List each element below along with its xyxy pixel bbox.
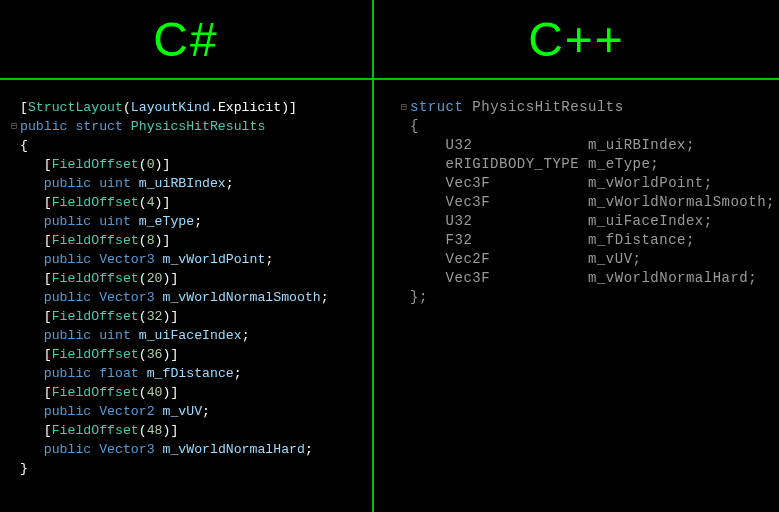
fold-gutter [8,269,20,288]
offset-value: 4 [147,195,155,210]
fold-gutter [8,421,20,440]
field-name: m_uiRBIndex [588,137,686,153]
code-line: public float m_fDistance; [8,364,364,383]
field-type: uint [99,176,131,191]
code-line: [FieldOffset(20)] [8,269,364,288]
code-line: Vec3F m_vWorldNormalHard; [398,269,769,288]
code-line: } [8,459,364,478]
fold-gutter [8,231,20,250]
field-name: m_fDistance [147,366,234,381]
fold-gutter [8,288,20,307]
code-line: public Vector3 m_vWorldPoint; [8,250,364,269]
fold-gutter [8,155,20,174]
code-line: eRIGIDBODY_TYPE m_eType; [398,155,769,174]
field-type: Vec3F [446,270,588,286]
code-line: public uint m_eType; [8,212,364,231]
attr-fieldoffset: FieldOffset [52,423,139,438]
code-line: public Vector3 m_vWorldNormalSmooth; [8,288,364,307]
fold-gutter [8,307,20,326]
fold-gutter [8,364,20,383]
offset-value: 20 [147,271,163,286]
field-name: m_eType [139,214,194,229]
code-line: F32 m_fDistance; [398,231,769,250]
field-type: Vector2 [99,404,154,419]
fold-gutter [398,117,410,136]
code-line: public Vector2 m_vUV; [8,402,364,421]
attr-fieldoffset: FieldOffset [52,309,139,324]
fold-gutter [398,269,410,288]
code-line: public uint m_uiRBIndex; [8,174,364,193]
fold-gutter [398,136,410,155]
field-name: m_vUV [162,404,202,419]
csharp-code-panel: [StructLayout(LayoutKind.Explicit)]⊟publ… [0,80,372,512]
offset-value: 8 [147,233,155,248]
keyword-struct: struct [410,99,463,115]
code-line: }; [398,288,769,307]
fold-gutter [8,250,20,269]
field-name: m_vWorldPoint [588,175,704,191]
fold-gutter [8,459,20,478]
fold-gutter [398,250,410,269]
field-type: U32 [446,213,588,229]
field-type: F32 [446,232,588,248]
field-name: m_vWorldNormalHard [588,270,748,286]
header-left-text: C# [153,12,218,67]
fold-gutter [398,155,410,174]
code-line: [FieldOffset(8)] [8,231,364,250]
attr-fieldoffset: FieldOffset [52,385,139,400]
fold-gutter [398,212,410,231]
code-line: [StructLayout(LayoutKind.Explicit)] [8,98,364,117]
header-right: C++ [374,0,779,78]
attr-fieldoffset: FieldOffset [52,157,139,172]
code-line: [FieldOffset(36)] [8,345,364,364]
code-line: public uint m_uiFaceIndex; [8,326,364,345]
code-line: [FieldOffset(0)] [8,155,364,174]
field-type: U32 [446,137,588,153]
fold-gutter [8,383,20,402]
field-name: m_vWorldNormalSmooth [588,194,766,210]
header-left: C# [0,0,372,78]
cpp-code-panel: ⊟struct PhysicsHitResults { U32 m_uiRBIn… [374,80,779,512]
code-line: [FieldOffset(4)] [8,193,364,212]
field-type: eRIGIDBODY_TYPE [446,156,588,172]
field-type: Vec3F [446,175,588,191]
field-name: m_vWorldPoint [162,252,265,267]
code-line: [FieldOffset(40)] [8,383,364,402]
field-type: Vector3 [99,290,154,305]
code-line: Vec2F m_vUV; [398,250,769,269]
code-line: { [8,136,364,155]
fold-gutter [8,402,20,421]
field-name: m_eType [588,156,650,172]
fold-gutter [398,231,410,250]
header-right-text: C++ [528,12,625,67]
field-name: m_vWorldNormalHard [162,442,304,457]
field-type: float [99,366,139,381]
fold-gutter [8,98,20,117]
attr-fieldoffset: FieldOffset [52,233,139,248]
field-name: m_vUV [588,251,633,267]
fold-gutter [8,212,20,231]
code-line: ⊟struct PhysicsHitResults [398,98,769,117]
code-line: ⊟public struct PhysicsHitResults [8,117,364,136]
field-name: m_vWorldNormalSmooth [162,290,320,305]
code-line: public Vector3 m_vWorldNormalHard; [8,440,364,459]
attr-fieldoffset: FieldOffset [52,195,139,210]
code-line: Vec3F m_vWorldNormalSmooth; [398,193,769,212]
field-name: m_fDistance [588,232,686,248]
code-line: [FieldOffset(32)] [8,307,364,326]
struct-name: PhysicsHitResults [131,119,266,134]
code-line: U32 m_uiFaceIndex; [398,212,769,231]
fold-gutter [398,193,410,212]
code-line: U32 m_uiRBIndex; [398,136,769,155]
offset-value: 32 [147,309,163,324]
field-name: m_uiFaceIndex [139,328,242,343]
field-type: Vec3F [446,194,588,210]
field-type: uint [99,328,131,343]
fold-gutter [8,136,20,155]
fold-gutter [8,193,20,212]
offset-value: 36 [147,347,163,362]
field-name: m_uiRBIndex [139,176,226,191]
fold-gutter [398,288,410,307]
attr-structlayout: StructLayout [28,100,123,115]
struct-name: PhysicsHitResults [472,99,623,115]
